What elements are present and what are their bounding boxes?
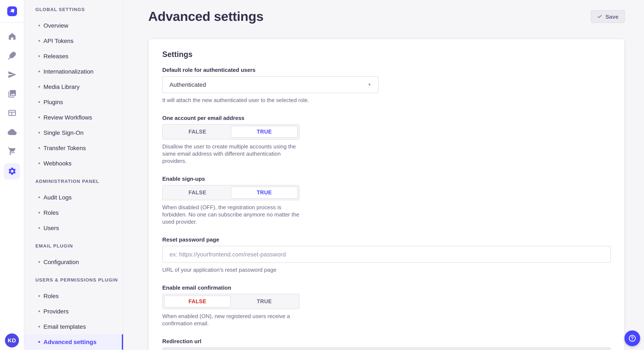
field-reset-password: Reset password page URL of your applicat…: [162, 236, 611, 273]
sidebar-item-advanced-settings[interactable]: Advanced settings: [24, 334, 123, 350]
rail-cloud-icon[interactable]: [0, 123, 24, 143]
sidebar-item-configuration[interactable]: Configuration: [24, 254, 123, 270]
settings-gear-icon: [4, 163, 20, 179]
field-redirection-url: Redirection url: [162, 338, 611, 350]
rail-shopping-cart-icon[interactable]: [0, 143, 24, 162]
rail-settings-gear-icon[interactable]: [0, 162, 24, 181]
field-label: One account per email address: [162, 115, 300, 121]
sidebar-item-label: Users: [44, 224, 59, 231]
nav-rail: KD: [0, 0, 24, 350]
sidebar-item-label: Email templates: [44, 323, 86, 330]
bullet-icon: [38, 163, 40, 164]
sidebar-item-media-library[interactable]: Media Library: [24, 79, 123, 94]
sidebar-section-title: EMAIL PLUGIN: [24, 242, 123, 250]
settings-card: Settings Default role for authenticated …: [148, 39, 625, 350]
paper-plane-icon: [8, 70, 16, 81]
sidebar-item-internationalization[interactable]: Internationalization: [24, 64, 123, 79]
question-mark-icon: [628, 334, 637, 343]
sidebar-item-label: Releases: [44, 53, 68, 59]
card-heading: Settings: [162, 50, 611, 59]
field-one-account: One account per email address FALSETRUE …: [162, 115, 300, 165]
sidebar-item-label: Media Library: [44, 83, 80, 90]
strapi-logo[interactable]: [7, 6, 17, 16]
sidebar-item-audit-logs[interactable]: Audit Logs: [24, 190, 123, 205]
sidebar-item-plugins[interactable]: Plugins: [24, 94, 123, 110]
bullet-icon: [38, 55, 40, 57]
page-title: Advanced settings: [148, 8, 264, 24]
bullet-icon: [38, 311, 40, 312]
home-icon: [8, 32, 16, 42]
sidebar-item-email-templates[interactable]: Email templates: [24, 319, 123, 334]
page-header: Advanced settings Save: [148, 0, 625, 24]
one-account-toggle: FALSETRUE: [162, 124, 300, 140]
sidebar-section: USERS & PERMISSIONS PLUGINRolesProviders…: [24, 276, 123, 350]
shopping-cart-icon: [8, 147, 16, 157]
bullet-icon: [38, 295, 40, 297]
field-hint: It will attach the new authenticated use…: [162, 97, 611, 104]
sidebar-item-label: Providers: [44, 308, 68, 315]
save-button-label: Save: [606, 13, 618, 20]
help-button[interactable]: [624, 331, 640, 346]
feather-icon: [8, 51, 16, 62]
toggle-option-true[interactable]: TRUE: [231, 187, 298, 199]
sidebar-item-label: Configuration: [44, 259, 79, 265]
rail-home-icon[interactable]: [0, 28, 24, 47]
sidebar-section-title: GLOBAL SETTINGS: [24, 5, 123, 14]
rail-layout-icon[interactable]: [0, 104, 24, 123]
toggle-option-true[interactable]: TRUE: [231, 296, 298, 308]
sidebar-item-api-tokens[interactable]: API Tokens: [24, 33, 123, 48]
sidebar-item-transfer-tokens[interactable]: Transfer Tokens: [24, 140, 123, 156]
layout-icon: [8, 108, 16, 119]
sidebar-section: ADMINISTRATION PANELAudit LogsRolesUsers: [24, 177, 123, 236]
bullet-icon: [38, 71, 40, 72]
toggle-option-true[interactable]: TRUE: [231, 126, 298, 138]
field-hint: Disallow the user to create multiple acc…: [162, 143, 300, 165]
sidebar-item-label: Roles: [44, 209, 59, 216]
reset-password-input[interactable]: [162, 246, 611, 263]
field-label: Reset password page: [162, 236, 611, 243]
bullet-icon: [38, 227, 40, 229]
sidebar-item-webhooks[interactable]: Webhooks: [24, 156, 123, 171]
bullet-icon: [38, 147, 40, 149]
rail-paper-plane-icon[interactable]: [0, 66, 24, 85]
sidebar-item-users[interactable]: Users: [24, 220, 123, 236]
sidebar-item-label: Audit Logs: [44, 194, 72, 201]
sidebar-section-title: ADMINISTRATION PANEL: [24, 177, 123, 185]
sidebar-item-overview[interactable]: Overview: [24, 18, 123, 33]
save-button[interactable]: Save: [590, 10, 625, 23]
field-label: Enable email confirmation: [162, 285, 300, 291]
sidebar-item-label: Roles: [44, 293, 59, 299]
bullet-icon: [38, 261, 40, 263]
sidebar-item-label: Overview: [44, 22, 68, 29]
default-role-select[interactable]: Authenticated ▼: [162, 76, 379, 93]
field-label: Default role for authenticated users: [162, 67, 611, 73]
sidebar-item-providers[interactable]: Providers: [24, 304, 123, 319]
bullet-icon: [38, 25, 40, 26]
sidebar-item-releases[interactable]: Releases: [24, 48, 123, 64]
enable-signups-toggle: FALSETRUE: [162, 185, 300, 200]
main-content: Advanced settings Save Settings Default …: [124, 0, 644, 350]
bullet-icon: [38, 40, 40, 42]
cloud-icon: [8, 128, 16, 138]
check-icon: [597, 14, 602, 19]
sidebar-item-single-sign-on[interactable]: Single Sign-On: [24, 125, 123, 140]
strapi-admin-app: KD GLOBAL SETTINGSOverviewAPI TokensRele…: [0, 0, 644, 350]
toggle-option-false[interactable]: FALSE: [164, 126, 231, 138]
redirection-url-input[interactable]: [162, 348, 611, 350]
sidebar-item-label: Advanced settings: [44, 339, 96, 345]
sidebar-item-label: Internationalization: [44, 68, 94, 75]
sidebar-item-roles[interactable]: Roles: [24, 205, 123, 220]
rail-media-library-icon[interactable]: [0, 85, 24, 104]
sidebar-item-review-workflows[interactable]: Review Workflows: [24, 110, 123, 125]
sidebar-item-roles[interactable]: Roles: [24, 288, 123, 304]
rail-feather-icon[interactable]: [0, 47, 24, 66]
sidebar-section: GLOBAL SETTINGSOverviewAPI TokensRelease…: [24, 5, 123, 171]
bullet-icon: [38, 86, 40, 88]
sidebar-item-label: Single Sign-On: [44, 129, 84, 136]
sidebar-item-label: Transfer Tokens: [44, 145, 86, 151]
toggle-option-false[interactable]: FALSE: [164, 187, 231, 199]
toggle-option-false[interactable]: FALSE: [164, 296, 231, 308]
user-avatar[interactable]: KD: [5, 334, 19, 348]
sidebar-section: EMAIL PLUGINConfiguration: [24, 242, 123, 270]
field-label: Enable sign-ups: [162, 176, 300, 182]
